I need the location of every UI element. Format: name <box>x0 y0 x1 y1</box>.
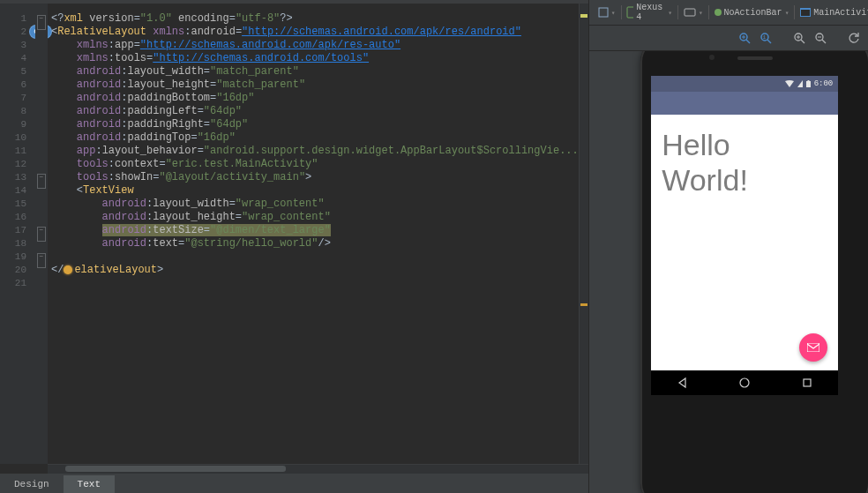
device-frame: 6:00 Hello World! <box>640 51 868 493</box>
zoom-out-button[interactable] <box>812 30 828 46</box>
refresh-button[interactable] <box>846 30 862 46</box>
code-line[interactable]: android:paddingTop="16dp" <box>48 131 579 145</box>
code-line[interactable]: android:paddingLeft="64dp" <box>48 105 579 118</box>
theme-dropdown[interactable]: NoActionBar▾ <box>711 4 793 21</box>
app-content: Hello World! <box>651 115 838 210</box>
horizontal-scrollbar[interactable] <box>48 464 588 474</box>
code-line[interactable]: android:layout_width="wrap_content" <box>48 198 579 211</box>
code-line[interactable]: <?xml version="1.0" encoding="utf-8"?> <box>48 12 579 26</box>
battery-icon <box>806 80 811 87</box>
svg-rect-2 <box>685 9 695 16</box>
svg-rect-0 <box>599 8 608 17</box>
activity-icon <box>800 8 811 17</box>
tab-text[interactable]: Text <box>64 475 115 493</box>
nav-back-icon[interactable] <box>677 377 689 389</box>
nav-home-icon[interactable] <box>738 377 751 389</box>
status-time: 6:00 <box>814 79 834 88</box>
device-dropdown[interactable]: Nexus 4▾ <box>623 4 676 21</box>
intention-bulb-icon[interactable] <box>64 265 72 274</box>
code-line[interactable]: android:textSize="@dimen/text_large" <box>48 224 579 237</box>
svg-rect-1 <box>627 7 633 18</box>
code-line[interactable]: app:layout_behavior="android.support.des… <box>48 145 579 158</box>
change-marker[interactable] <box>580 303 587 306</box>
code-line[interactable] <box>48 277 579 290</box>
layout-preview-panel: ▾ Nexus 4▾ ▾ NoActionBar▾ MainActivity▾ <box>588 0 868 493</box>
svg-text:1: 1 <box>762 34 766 41</box>
code-editor-panel: 123456789101112131415161718192021c −−−− … <box>0 0 588 493</box>
svg-point-35 <box>740 378 749 387</box>
code-line[interactable]: </elativeLayout> <box>48 264 579 277</box>
code-line[interactable] <box>48 250 579 264</box>
tab-design[interactable]: Design <box>0 475 64 493</box>
svg-rect-4 <box>801 10 810 16</box>
preview-zoom-toolbar: 1 <box>589 26 868 51</box>
android-status-bar: 6:00 <box>651 76 838 92</box>
code-line[interactable]: <TextView <box>48 184 579 198</box>
svg-line-11 <box>767 40 771 43</box>
line-number-gutter: 123456789101112131415161718192021c <box>0 4 35 464</box>
floating-action-button[interactable] <box>799 333 827 362</box>
code-area[interactable]: <?xml version="1.0" encoding="utf-8"?><R… <box>48 4 579 464</box>
zoom-in-button[interactable] <box>791 30 807 46</box>
svg-line-18 <box>822 40 826 43</box>
horizontal-scroll-thumb[interactable] <box>65 466 286 472</box>
code-line[interactable]: <RelativeLayout xmlns:android="http://sc… <box>48 26 579 39</box>
code-line[interactable]: android:paddingRight="64dp" <box>48 118 579 131</box>
hello-text-line1: Hello <box>662 127 827 162</box>
orientation-dropdown[interactable]: ▾ <box>680 4 707 21</box>
code-line[interactable]: android:text="@string/hello_world"/> <box>48 237 579 250</box>
mail-icon <box>807 343 819 352</box>
overview-ruler[interactable] <box>579 4 588 464</box>
wifi-icon <box>785 80 794 87</box>
code-line[interactable]: tools:context="eric.test.MainActivity" <box>48 158 579 171</box>
phone-speaker <box>737 56 773 60</box>
fold-gutter: −−−− <box>35 4 48 464</box>
svg-line-14 <box>801 40 804 43</box>
code-line[interactable]: xmlns:app="http://schemas.android.com/ap… <box>48 39 579 52</box>
preview-device-toolbar: ▾ Nexus 4▾ ▾ NoActionBar▾ MainActivity▾ <box>589 0 868 26</box>
svg-rect-36 <box>804 379 811 386</box>
phone-camera <box>709 55 715 60</box>
warning-marker[interactable] <box>580 14 587 18</box>
hello-text-line2: World! <box>662 162 827 198</box>
signal-icon <box>797 80 803 87</box>
activity-dropdown[interactable]: MainActivity▾ <box>797 4 868 21</box>
svg-rect-33 <box>807 80 809 81</box>
editor-bottom-tabs: Design Text <box>0 474 588 493</box>
preview-canvas[interactable]: 6:00 Hello World! <box>589 51 868 493</box>
android-nav-bar <box>651 370 838 395</box>
code-line[interactable]: android:paddingBottom="16dp" <box>48 92 579 105</box>
nav-recent-icon[interactable] <box>801 377 813 389</box>
code-line[interactable]: android:layout_height="match_parent" <box>48 78 579 92</box>
design-surface-dropdown[interactable]: ▾ <box>595 4 619 21</box>
svg-rect-32 <box>806 81 811 87</box>
theme-icon <box>715 9 722 16</box>
zoom-actual-button[interactable]: 1 <box>758 30 774 46</box>
app-toolbar <box>651 92 838 115</box>
code-line[interactable]: xmlns:tools="http://schemas.android.com/… <box>48 52 579 65</box>
device-screen: 6:00 Hello World! <box>651 76 838 395</box>
zoom-fit-button[interactable] <box>737 30 752 46</box>
code-line[interactable]: android:layout_height="wrap_content" <box>48 211 579 224</box>
code-line[interactable]: tools:showIn="@layout/activity_main"> <box>48 171 579 184</box>
svg-line-7 <box>746 40 750 43</box>
svg-rect-34 <box>807 343 819 352</box>
code-line[interactable]: android:layout_width="match_parent" <box>48 65 579 78</box>
